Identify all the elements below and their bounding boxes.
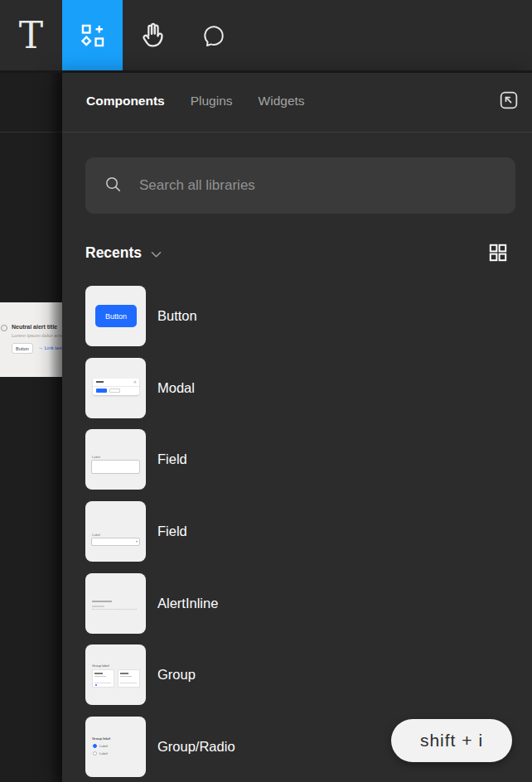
text-tool-icon: T — [19, 17, 43, 54]
list-item-field[interactable]: Label Field — [85, 429, 515, 490]
comment-tool-icon — [201, 22, 227, 49]
chevron-down-icon[interactable] — [151, 247, 162, 262]
component-label: Group — [157, 667, 196, 683]
component-thumbnail: Group label Label Label — [85, 717, 146, 777]
shortcut-badge: shift + i — [391, 719, 512, 762]
component-label: Field — [157, 451, 187, 467]
search-icon — [104, 175, 123, 197]
thumb-group-label: Group label — [92, 736, 110, 741]
list-item-modal[interactable]: ✕ Modal — [85, 358, 515, 418]
recents-title[interactable]: Recents — [85, 244, 142, 262]
canvas-area[interactable]: Neutral alert title Lorem ipsum dolor am… — [0, 73, 62, 782]
hand-tool-icon — [138, 21, 168, 51]
panel-edge-shadow — [49, 73, 62, 782]
list-item-alertinline[interactable]: AlertInline — [85, 573, 515, 634]
info-icon — [1, 325, 7, 331]
chevron-down-icon: ▾ — [136, 540, 138, 543]
component-thumbnail — [85, 573, 146, 634]
list-item-button[interactable]: Button Button — [85, 286, 515, 346]
component-thumbnail: Button — [85, 286, 146, 346]
components-tool-button[interactable] — [62, 0, 123, 70]
tab-widgets[interactable]: Widgets — [259, 94, 305, 109]
component-thumbnail: ✕ — [85, 358, 146, 418]
component-thumbnail: Group label — [85, 644, 146, 705]
thumb-field-label: Label — [92, 533, 100, 537]
search-input[interactable] — [139, 177, 497, 194]
component-thumbnail: Label ▾ — [85, 501, 146, 562]
component-label: Group/Radio — [157, 739, 235, 755]
app-window: T — [0, 0, 532, 782]
component-label: Modal — [157, 380, 195, 396]
list-item-group[interactable]: Group label Group — [85, 644, 515, 705]
thumb-select-preview: ▾ — [91, 538, 140, 546]
tab-components[interactable]: Components — [86, 94, 165, 109]
comment-tool-button[interactable] — [183, 0, 244, 70]
tab-plugins[interactable]: Plugins — [191, 94, 233, 109]
thumb-button-preview: Button — [95, 305, 137, 327]
components-tool-icon — [79, 22, 107, 50]
detach-panel-icon — [497, 89, 520, 115]
grid-view-icon[interactable] — [486, 241, 510, 264]
component-label: Button — [157, 308, 197, 324]
toolbar: T — [0, 0, 532, 70]
component-thumbnail: Label — [85, 429, 146, 490]
hand-tool-button[interactable] — [123, 0, 183, 70]
thumb-field-label: Label — [92, 455, 100, 459]
list-item-field-select[interactable]: Label ▾ Field — [85, 501, 515, 562]
radio-unselected-icon — [93, 751, 97, 755]
thumb-group-label: Group label — [92, 664, 109, 668]
radio-selected-icon — [93, 744, 97, 748]
panel-tabs: Components Plugins Widgets — [86, 73, 305, 129]
text-tool-button[interactable]: T — [0, 0, 62, 70]
resources-panel: Components Plugins Widgets — [62, 73, 532, 782]
recents-header: Recents — [85, 239, 515, 267]
search-box[interactable] — [85, 157, 515, 214]
component-label: AlertInline — [157, 596, 218, 611]
thumb-input-preview — [91, 460, 140, 474]
component-list: Button Button ✕ Modal — [85, 286, 515, 782]
tabs-divider — [62, 132, 532, 133]
thumb-modal-preview: ✕ — [93, 379, 139, 395]
close-icon: ✕ — [133, 380, 137, 384]
component-label: Field — [157, 524, 187, 539]
toolbar-separator — [0, 70, 532, 73]
alert-button[interactable]: Button — [12, 343, 33, 354]
detach-panel-button[interactable] — [496, 89, 522, 115]
shortcut-badge-text: shift + i — [420, 731, 483, 751]
